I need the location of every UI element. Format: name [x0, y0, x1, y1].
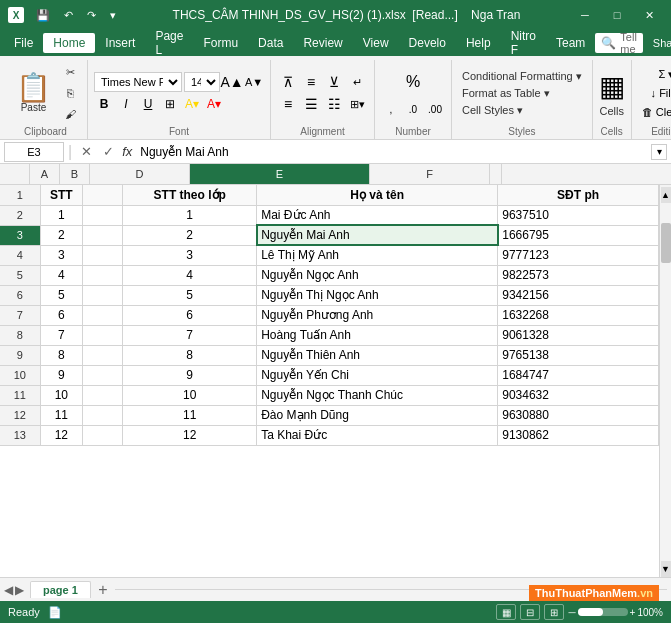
- decrease-font-button[interactable]: A▼: [244, 72, 264, 92]
- fill-color-button[interactable]: A▾: [182, 94, 202, 114]
- sheet-tab-page1[interactable]: page 1: [30, 581, 91, 598]
- cell-f1[interactable]: SĐT ph: [498, 185, 659, 205]
- row-num-12[interactable]: 12: [0, 405, 40, 425]
- menu-insert[interactable]: Insert: [95, 33, 145, 53]
- share-button[interactable]: Share: [647, 35, 671, 51]
- align-middle-button[interactable]: ≡: [300, 72, 322, 92]
- cell-b12[interactable]: [83, 405, 123, 425]
- page-layout-button[interactable]: ⊟: [520, 604, 540, 620]
- copy-button[interactable]: ⎘: [59, 83, 81, 103]
- row-num-4[interactable]: 4: [0, 245, 40, 265]
- cell-a9[interactable]: 8: [40, 345, 82, 365]
- cell-e13[interactable]: Ta Khai Đức: [257, 425, 498, 445]
- cell-f13[interactable]: 9130862: [498, 425, 659, 445]
- cell-e7[interactable]: Nguyễn Phương Anh: [257, 305, 498, 325]
- row-num-8[interactable]: 8: [0, 325, 40, 345]
- cell-d5[interactable]: 4: [123, 265, 257, 285]
- increase-font-button[interactable]: A▲: [222, 72, 242, 92]
- cell-f2[interactable]: 9637510: [498, 205, 659, 225]
- cell-a2[interactable]: 1: [40, 205, 82, 225]
- cell-b4[interactable]: [83, 245, 123, 265]
- wrap-text-button[interactable]: ↵: [346, 72, 368, 92]
- autosave-icon[interactable]: 💾: [30, 7, 56, 24]
- align-center-button[interactable]: ☰: [300, 94, 322, 114]
- menu-view[interactable]: View: [353, 33, 399, 53]
- row-num-11[interactable]: 11: [0, 385, 40, 405]
- clear-button[interactable]: 🗑 Clear ▾: [638, 104, 671, 121]
- page-break-button[interactable]: ⊞: [544, 604, 564, 620]
- cell-b9[interactable]: [83, 345, 123, 365]
- col-header-f[interactable]: F: [370, 164, 490, 184]
- menu-formulas[interactable]: Formu: [193, 33, 248, 53]
- conditional-formatting-button[interactable]: Conditional Formatting ▾: [458, 69, 586, 84]
- menu-review[interactable]: Review: [293, 33, 352, 53]
- cell-d10[interactable]: 9: [123, 365, 257, 385]
- cell-a10[interactable]: 9: [40, 365, 82, 385]
- font-color-button[interactable]: A▾: [204, 94, 224, 114]
- cut-button[interactable]: ✂: [59, 62, 81, 82]
- cell-d6[interactable]: 5: [123, 285, 257, 305]
- font-size-select[interactable]: 14: [184, 72, 220, 92]
- menu-home[interactable]: Home: [43, 33, 95, 53]
- cell-a6[interactable]: 5: [40, 285, 82, 305]
- cell-f4[interactable]: 9777123: [498, 245, 659, 265]
- bold-button[interactable]: B: [94, 94, 114, 114]
- merge-button[interactable]: ⊞▾: [346, 94, 368, 114]
- cell-b1[interactable]: [83, 185, 123, 205]
- border-button[interactable]: ⊞: [160, 94, 180, 114]
- cell-e1[interactable]: Họ và tên: [257, 185, 498, 205]
- menu-data[interactable]: Data: [248, 33, 293, 53]
- cell-f12[interactable]: 9630880: [498, 405, 659, 425]
- cell-f10[interactable]: 1684747: [498, 365, 659, 385]
- cell-d8[interactable]: 7: [123, 325, 257, 345]
- font-name-select[interactable]: Times New R: [94, 72, 182, 92]
- formula-input[interactable]: [136, 145, 647, 159]
- add-sheet-button[interactable]: +: [93, 580, 113, 600]
- cell-b3[interactable]: [83, 225, 123, 245]
- col-header-b[interactable]: B: [60, 164, 90, 184]
- underline-button[interactable]: U: [138, 94, 158, 114]
- minimize-button[interactable]: ─: [571, 5, 599, 25]
- close-button[interactable]: ✕: [635, 5, 663, 25]
- cell-f6[interactable]: 9342156: [498, 285, 659, 305]
- cancel-formula-button[interactable]: ✕: [76, 142, 96, 162]
- cell-f5[interactable]: 9822573: [498, 265, 659, 285]
- cell-f11[interactable]: 9034632: [498, 385, 659, 405]
- cell-e12[interactable]: Đào Mạnh Dũng: [257, 405, 498, 425]
- cell-a12[interactable]: 11: [40, 405, 82, 425]
- cell-e6[interactable]: Nguyễn Thị Ngọc Anh: [257, 285, 498, 305]
- zoom-in-button[interactable]: +: [630, 607, 636, 618]
- cell-styles-button[interactable]: Cell Styles ▾: [458, 103, 527, 118]
- align-bottom-button[interactable]: ⊻: [323, 72, 345, 92]
- cell-d7[interactable]: 6: [123, 305, 257, 325]
- cell-d13[interactable]: 12: [123, 425, 257, 445]
- cell-a13[interactable]: 12: [40, 425, 82, 445]
- cell-a4[interactable]: 3: [40, 245, 82, 265]
- cell-b7[interactable]: [83, 305, 123, 325]
- cell-a5[interactable]: 4: [40, 265, 82, 285]
- vertical-scrollbar[interactable]: ▲ ▼: [659, 185, 671, 577]
- cell-a3[interactable]: 2: [40, 225, 82, 245]
- col-header-e[interactable]: E: [190, 164, 370, 184]
- format-painter-button[interactable]: 🖌: [59, 104, 81, 124]
- row-num-10[interactable]: 10: [0, 365, 40, 385]
- format-as-table-button[interactable]: Format as Table ▾: [458, 86, 554, 101]
- menu-team[interactable]: Team: [546, 33, 595, 53]
- cell-d9[interactable]: 8: [123, 345, 257, 365]
- cell-e9[interactable]: Nguyễn Thiên Anh: [257, 345, 498, 365]
- cell-b11[interactable]: [83, 385, 123, 405]
- row-num-1[interactable]: 1: [0, 185, 40, 205]
- cell-e3[interactable]: Nguyễn Mai Anh: [257, 225, 498, 245]
- align-right-button[interactable]: ☷: [323, 94, 345, 114]
- cell-e5[interactable]: Nguyễn Ngọc Anh: [257, 265, 498, 285]
- cell-b5[interactable]: [83, 265, 123, 285]
- zoom-slider[interactable]: [578, 608, 628, 616]
- prev-sheet-button[interactable]: ◀: [4, 583, 13, 597]
- cell-a7[interactable]: 6: [40, 305, 82, 325]
- cell-reference-input[interactable]: E3: [4, 142, 64, 162]
- sum-button[interactable]: Σ ▾: [655, 66, 672, 83]
- cell-e11[interactable]: Nguyễn Ngọc Thanh Chúc: [257, 385, 498, 405]
- row-num-6[interactable]: 6: [0, 285, 40, 305]
- tell-me-box[interactable]: 🔍 Tell me: [595, 33, 643, 53]
- cell-e8[interactable]: Hoàng Tuấn Anh: [257, 325, 498, 345]
